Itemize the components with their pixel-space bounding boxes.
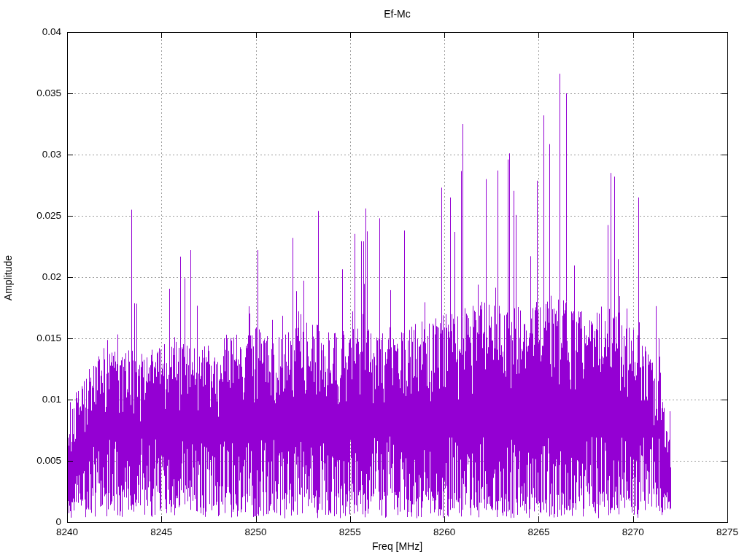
- y-tick-label: 0.02: [3, 271, 61, 282]
- y-tick-label: 0.015: [3, 332, 61, 343]
- plot-area: [0, 0, 747, 560]
- x-tick-label: 8275: [698, 526, 747, 537]
- spectrum-figure: Ef-Mc Amplitude Freq [MHz] 00.0050.010.0…: [0, 0, 747, 560]
- y-tick-label: 0.005: [3, 455, 61, 466]
- chart-title: Ef-Mc: [67, 8, 727, 20]
- x-tick-label: 8245: [132, 526, 190, 537]
- x-tick-label: 8255: [321, 526, 379, 537]
- y-tick-label: 0.01: [3, 394, 61, 405]
- y-tick-label: 0.025: [3, 210, 61, 221]
- x-tick-label: 8270: [604, 526, 662, 537]
- x-tick-label: 8260: [415, 526, 473, 537]
- x-tick-label: 8250: [227, 526, 285, 537]
- y-tick-label: 0.035: [3, 88, 61, 98]
- x-axis-label: Freq [MHz]: [67, 540, 727, 552]
- y-tick-label: 0.04: [3, 26, 61, 37]
- y-tick-label: 0: [3, 516, 61, 527]
- x-tick-label: 8240: [38, 526, 96, 537]
- y-tick-label: 0.03: [3, 149, 61, 160]
- x-tick-label: 8265: [509, 526, 568, 537]
